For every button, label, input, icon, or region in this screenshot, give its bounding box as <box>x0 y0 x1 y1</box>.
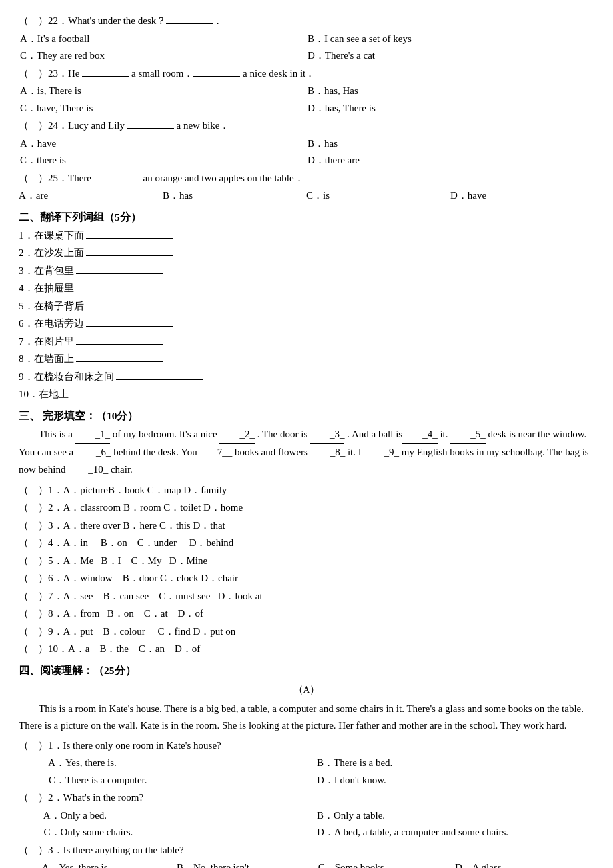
s3-blank4: _4_ <box>402 426 438 444</box>
passage-a-text: This is a room in Kate's house. There is… <box>19 701 594 735</box>
q22-optD: D．There's a cat <box>306 47 594 65</box>
s4-q3-optA: A．Yes, there is. <box>37 859 177 868</box>
q25-optB: B．has <box>163 187 306 205</box>
s3-blank5: _5_ <box>450 426 486 444</box>
s2-blank2 <box>86 255 173 256</box>
q23-optB: B．has, Has <box>306 83 594 100</box>
q23-options: A．is, There is B．has, Has <box>19 83 594 100</box>
question-25: （）25．There an orange and two apples on t… <box>19 170 594 187</box>
q25-blank <box>94 181 141 181</box>
s2-item9: 9．在梳妆台和床之间 <box>19 369 594 386</box>
s4-q3: （）3．Is there anything on the table? <box>19 842 594 859</box>
s3-q4: （）4．A．in B．on C．under D．behind <box>19 535 594 552</box>
q22-optC: C．They are red box <box>19 47 306 65</box>
s4-q1-optA: A．Yes, there is. <box>37 755 316 772</box>
s4-q3-optC: C．Some books. <box>316 859 455 868</box>
s2-blank10 <box>71 397 131 397</box>
q23-optD: D．has, There is <box>306 100 594 117</box>
q23-options2: C．have, There is D．has, There is <box>19 100 594 117</box>
section2-title: 二、翻译下列词组（5分） <box>19 209 594 226</box>
s4-q3-options: A．Yes, there is. B．No, there isn't. C．So… <box>37 859 594 868</box>
q22-blank <box>166 23 213 24</box>
s3-q6: （）6．A．window B．door C．clock D．chair <box>19 570 594 587</box>
q22-optA: A．It's a football <box>19 31 306 48</box>
s4-q3-optB: B．No, there isn't. <box>177 859 316 868</box>
q24-optC: C．there is <box>19 152 306 169</box>
s4-q1-optC: C．There is a computer. <box>37 772 316 789</box>
s2-item3: 3．在背包里 <box>19 263 594 280</box>
s3-q9: （）9．A．put B．colour C．find D．put on <box>19 623 594 641</box>
s2-item10: 10．在地上 <box>19 386 594 403</box>
s2-blank9 <box>116 379 203 380</box>
s3-blank1: _1_ <box>75 426 111 444</box>
q25-optA: A．are <box>19 187 163 205</box>
s2-item4: 4．在抽屉里 <box>19 280 594 297</box>
section3-passage: This is a _1_ of my bedroom. It's a nice… <box>19 426 594 479</box>
q24-optD: D．there are <box>306 152 594 169</box>
s3-q2: （）2．A．classroom B．room C．toilet D．home <box>19 499 594 517</box>
q23-optA: A．is, There is <box>19 83 306 100</box>
q23-optC: C．have, There is <box>19 100 306 117</box>
s3-q3: （）3．A．there over B．here C．this D．that <box>19 517 594 535</box>
s2-item6: 6．在电话旁边 <box>19 315 594 333</box>
s4-q1: （）1．Is there only one room in Kate's hou… <box>19 737 594 755</box>
q25-options: A．are B．has C．is D．have <box>19 187 594 205</box>
s4-q2-options: A．Only a bed. B．Only a table. <box>37 807 594 825</box>
s2-item5: 5．在椅子背后 <box>19 298 594 315</box>
question-24: （）24．Lucy and Lily a new bike． <box>19 117 594 135</box>
q25-optD: D．have <box>450 187 594 205</box>
section4-title: 四、阅读理解：（25分） <box>19 662 594 679</box>
s4-q2-optC: C．Only some chairs. <box>37 824 316 841</box>
s3-blank10: _10_ <box>68 461 108 479</box>
q24-optA: A．have <box>19 135 306 153</box>
q24-options: A．have B．has <box>19 135 594 153</box>
s2-blank1 <box>86 238 173 239</box>
s4-q1-optB: B．There is a bed. <box>316 755 594 772</box>
q23-blank1 <box>82 76 129 77</box>
s2-blank6 <box>86 326 173 327</box>
question-22: （）22．What's under the desk？． <box>19 13 594 30</box>
s3-q7: （）7．A．see B．can see C．must see D．look at <box>19 588 594 605</box>
q25-optC: C．is <box>306 187 450 205</box>
s4-q2-optB: B．Only a table. <box>316 807 594 825</box>
s4-q2-optD: D．A bed, a table, a computer and some ch… <box>316 824 594 841</box>
s4-q2-optA: A．Only a bed. <box>37 807 316 825</box>
s4-q3-optD: D．A glass. <box>455 859 594 868</box>
q22-options2: C．They are red box D．There's a cat <box>19 47 594 65</box>
s3-blank8: _8_ <box>310 444 346 462</box>
s4-q1-optD: D．I don't know. <box>316 772 594 789</box>
q22-optB: B．I can see a set of keys <box>306 31 594 48</box>
s2-item1: 1．在课桌下面 <box>19 227 594 245</box>
s3-q1: （）1．A．pictureB．book C．map D．family <box>19 482 594 499</box>
s2-item2: 2．在沙发上面 <box>19 245 594 262</box>
question-23: （）23．He a small room． a nice desk in it． <box>19 65 594 83</box>
s2-blank4 <box>76 291 163 291</box>
q22-options: A．It's a football B．I can see a set of k… <box>19 31 594 48</box>
s2-blank7 <box>76 344 163 345</box>
section3-title: 三、 完形填空：（10分） <box>19 407 594 425</box>
s3-q5: （）5．A．Me B．I C．My D．Mine <box>19 553 594 570</box>
s4-q1-options2: C．There is a computer. D．I don't know. <box>37 772 594 789</box>
passage-a-label: （A） <box>19 681 594 699</box>
s4-q1-options: A．Yes, there is. B．There is a bed. <box>37 755 594 772</box>
q24-optB: B．has <box>306 135 594 153</box>
s3-q8: （）8．A．from B．on C．at D．of <box>19 605 594 623</box>
s3-blank3: _3_ <box>310 426 345 444</box>
s3-blank7: 7__ <box>197 444 233 462</box>
s3-blank2: _2_ <box>219 426 255 444</box>
s2-item7: 7．在图片里 <box>19 333 594 351</box>
q24-blank <box>127 128 174 129</box>
s2-item8: 8．在墙面上 <box>19 351 594 368</box>
s4-q2-options2: C．Only some chairs. D．A bed, a table, a … <box>37 824 594 841</box>
s2-blank8 <box>76 361 163 362</box>
q23-blank2 <box>193 76 240 77</box>
s3-q10: （）10．A．a B．the C．an D．of <box>19 641 594 658</box>
s3-blank9: _9_ <box>364 444 399 462</box>
s2-blank5 <box>86 309 173 309</box>
s3-blank6: _6_ <box>76 444 111 462</box>
q24-options2: C．there is D．there are <box>19 152 594 169</box>
s2-blank3 <box>76 273 163 274</box>
s4-q2: （）2．What's in the room? <box>19 789 594 807</box>
